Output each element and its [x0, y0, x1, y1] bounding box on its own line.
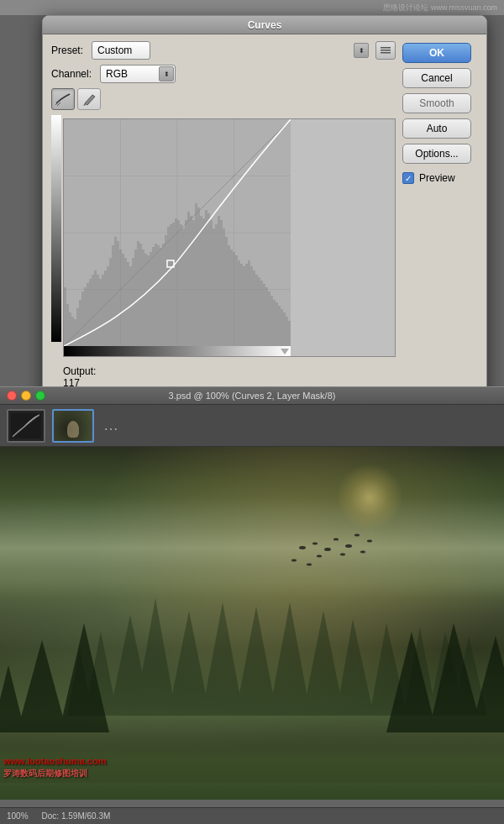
- svg-rect-16: [79, 300, 81, 346]
- ps-window-bar: 3.psd @ 100% (Curves 2, Layer Mask/8): [0, 386, 504, 405]
- svg-rect-18: [84, 287, 87, 346]
- svg-rect-23: [97, 275, 99, 346]
- svg-rect-47: [157, 245, 160, 346]
- channel-select-wrapper: RGB Red Green Blue ⬍: [100, 65, 176, 83]
- svg-rect-37: [132, 258, 134, 346]
- preset-select[interactable]: Custom: [92, 41, 150, 60]
- svg-rect-43: [147, 255, 150, 346]
- svg-rect-0: [381, 47, 391, 49]
- watermark-text: 思络设计论坛 www.missvuan.com: [383, 3, 497, 13]
- svg-rect-39: [137, 241, 139, 346]
- svg-rect-40: [139, 244, 142, 346]
- svg-rect-57: [182, 228, 185, 346]
- curves-thumb-content: [8, 411, 44, 441]
- svg-rect-81: [243, 266, 245, 346]
- svg-rect-73: [223, 228, 225, 346]
- svg-rect-98: [286, 317, 288, 346]
- wm-line1: www.luotaoshuma.com: [3, 755, 106, 768]
- svg-rect-15: [76, 308, 79, 346]
- more-layers-indicator[interactable]: …: [101, 409, 121, 443]
- svg-rect-67: [207, 213, 210, 346]
- dialog-title: Curves: [248, 19, 282, 31]
- ps-canvas[interactable]: www.luotaoshuma.com 罗涛数码后期修图培训: [0, 447, 504, 800]
- svg-rect-90: [265, 287, 268, 346]
- svg-rect-25: [102, 275, 104, 346]
- svg-rect-95: [278, 306, 281, 346]
- svg-rect-41: [142, 249, 144, 346]
- svg-rect-51: [167, 227, 170, 346]
- svg-rect-21: [92, 275, 94, 346]
- svg-rect-60: [190, 216, 192, 346]
- watermark-bar: 思络设计论坛 www.missvuan.com: [0, 0, 504, 15]
- svg-rect-68: [210, 220, 213, 346]
- svg-rect-52: [170, 224, 172, 346]
- svg-rect-82: [245, 264, 248, 346]
- svg-rect-83: [248, 260, 250, 346]
- preview-label: Preview: [419, 172, 455, 184]
- output-label: Output: 117: [63, 365, 396, 389]
- svg-rect-46: [155, 244, 157, 346]
- svg-rect-19: [87, 283, 89, 346]
- pencil-tool-btn[interactable]: [77, 88, 101, 110]
- options-button[interactable]: Options...: [402, 144, 471, 164]
- svg-rect-48: [160, 248, 162, 346]
- svg-rect-53: [172, 223, 175, 346]
- svg-rect-10: [64, 287, 66, 346]
- svg-rect-31: [117, 241, 119, 346]
- ok-button[interactable]: OK: [402, 43, 471, 63]
- preset-menu-btn[interactable]: [375, 41, 396, 60]
- wm-line2: 罗涛数码后期修图培训: [3, 768, 106, 779]
- output-section: Output: 117: [63, 362, 396, 389]
- svg-rect-72: [220, 220, 223, 346]
- channel-label: Channel:: [51, 68, 95, 80]
- window-minimize-btn[interactable]: [21, 391, 31, 401]
- channel-row: Channel: RGB Red Green Blue ⬍: [51, 65, 396, 83]
- preset-label: Preset:: [51, 45, 87, 56]
- svg-rect-85: [253, 270, 255, 346]
- svg-rect-99: [288, 321, 291, 346]
- ps-window-title: 3.psd @ 100% (Curves 2, Layer Mask/8): [169, 391, 336, 401]
- svg-rect-65: [202, 218, 205, 346]
- preset-row: Preset: Custom ⬍: [51, 41, 396, 60]
- svg-rect-44: [150, 252, 152, 346]
- tools-row: [51, 88, 396, 110]
- svg-rect-50: [165, 235, 167, 346]
- preview-checkbox[interactable]: ✓: [402, 172, 414, 184]
- curves-layer-thumb[interactable]: [7, 409, 45, 443]
- auto-button[interactable]: Auto: [402, 118, 471, 139]
- curve-tool-btn[interactable]: [51, 88, 75, 110]
- svg-rect-17: [81, 291, 84, 346]
- svg-rect-70: [215, 224, 218, 346]
- curves-area[interactable]: [63, 118, 396, 357]
- cancel-button[interactable]: Cancel: [402, 68, 471, 88]
- svg-rect-58: [185, 220, 187, 346]
- gradient-triangle: [281, 349, 289, 354]
- preset-select-wrapper: Custom ⬍: [92, 41, 370, 60]
- window-maximize-btn[interactable]: [35, 391, 45, 401]
- svg-rect-20: [89, 279, 92, 346]
- left-panel: Preset: Custom ⬍ Channel:: [51, 41, 396, 439]
- zoom-level: 100%: [7, 811, 29, 821]
- svg-rect-91: [268, 291, 270, 346]
- svg-rect-35: [127, 262, 129, 346]
- svg-rect-32: [119, 249, 122, 346]
- svg-rect-27: [107, 266, 109, 346]
- ps-toolbar: …: [0, 405, 504, 447]
- smooth-button[interactable]: Smooth: [402, 93, 471, 113]
- svg-rect-78: [235, 255, 238, 346]
- svg-rect-71: [218, 216, 220, 346]
- svg-rect-26: [104, 270, 107, 346]
- channel-select[interactable]: RGB Red Green Blue: [100, 65, 176, 83]
- image-layer-thumb[interactable]: [52, 409, 94, 443]
- preset-arrow: ⬍: [354, 43, 369, 58]
- fog-layer: [0, 497, 504, 598]
- svg-rect-80: [240, 264, 243, 346]
- doc-size: Doc: 1.59M/60.3M: [42, 811, 111, 821]
- svg-rect-92: [270, 296, 273, 346]
- svg-rect-28: [109, 258, 112, 346]
- svg-rect-64: [200, 216, 202, 346]
- curves-container: [64, 119, 291, 346]
- svg-rect-94: [276, 302, 278, 346]
- window-close-btn[interactable]: [7, 391, 17, 401]
- curves-svg: [64, 119, 291, 346]
